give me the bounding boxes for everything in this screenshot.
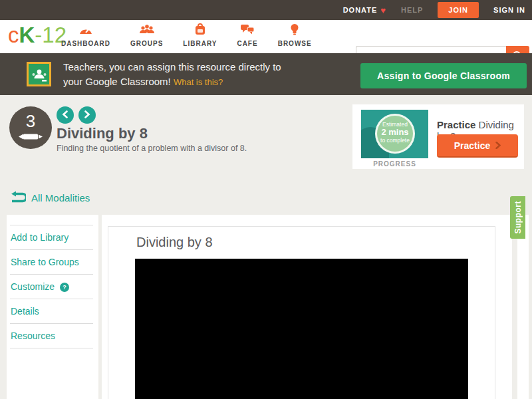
return-arrow-icon (10, 191, 26, 205)
logo-k: K (19, 23, 35, 47)
heart-icon: ♥ (380, 5, 386, 15)
previous-lesson-button[interactable] (57, 106, 74, 124)
donate-label: DONATE (343, 6, 378, 14)
join-button[interactable]: JOIN (438, 2, 479, 18)
chevron-left-icon (62, 109, 68, 121)
ck12-logo[interactable]: cK-12 (8, 23, 66, 48)
assign-to-classroom-button[interactable]: Assign to Google Classroom (360, 63, 527, 88)
help-question-icon[interactable]: ? (60, 283, 69, 292)
nav-item-dashboard[interactable]: DASHBOARD (61, 23, 110, 47)
progress-label: PROGRESS (361, 160, 428, 168)
support-label: Support (513, 201, 523, 234)
google-classroom-icon (27, 62, 51, 86)
banner-text: Teachers, you can assign this resource d… (63, 60, 281, 90)
people-icon (139, 23, 155, 38)
nav-item-label: GROUPS (130, 40, 163, 47)
chat-bubbles-icon (240, 23, 255, 38)
content-box: Dividing by 8 (108, 226, 495, 399)
lightbulb-icon (290, 23, 299, 38)
support-tab[interactable]: Support (510, 196, 525, 239)
chevron-right-icon (495, 140, 501, 151)
actions-sidebar: Add to Library Share to Groups Customize… (7, 215, 98, 399)
all-modalities-label: All Modalities (31, 192, 90, 203)
top-utility-bar: DONATE ♥ HELP JOIN SIGN IN (0, 0, 532, 20)
google-classroom-banner: Teachers, you can assign this resource d… (0, 53, 532, 95)
sidebar-item-details[interactable]: Details (10, 299, 93, 324)
lesson-subtitle: Finding the quotient of a problem with a… (57, 144, 247, 153)
lesson-number: 3 (9, 111, 52, 132)
crayon-icon (18, 132, 43, 143)
help-link[interactable]: HELP (401, 6, 423, 14)
gauge-icon (78, 23, 93, 38)
lesson-level-badge: 3 (9, 106, 52, 149)
estimated-line2: 2 mins (377, 128, 413, 137)
nav-item-label: CAFE (237, 40, 257, 47)
all-modalities-link[interactable]: All Modalities (10, 191, 90, 205)
nav-item-label: DASHBOARD (61, 40, 110, 47)
sidebar-item-resources[interactable]: Resources (10, 324, 93, 348)
backpack-icon (194, 23, 206, 38)
lesson-pager (57, 106, 96, 124)
content-heading: Dividing by 8 (136, 235, 213, 250)
nav-item-library[interactable]: LIBRARY (183, 23, 217, 47)
next-lesson-button[interactable] (78, 106, 96, 124)
banner-line2: your Google Classroom! (63, 76, 171, 87)
nav-item-label: BROWSE (278, 40, 312, 47)
nav-item-groups[interactable]: GROUPS (130, 23, 163, 47)
main-navbar: cK-12 DASHBOARD GROUPS LIBRARY (0, 20, 532, 53)
sidebar-item-label: Customize (11, 281, 55, 292)
practice-title-bold: Practice (437, 119, 475, 130)
estimated-time-badge: Estimated 2 mins to complete (375, 114, 415, 154)
video-player[interactable] (135, 259, 468, 399)
nav-item-label: LIBRARY (183, 40, 217, 47)
practice-button-label: Practice (454, 140, 490, 151)
sidebar-item-share-to-groups[interactable]: Share to Groups (10, 250, 93, 275)
sign-in-link[interactable]: SIGN IN (493, 6, 525, 14)
sidebar-item-add-to-library[interactable]: Add to Library (10, 225, 93, 250)
practice-card: Estimated 2 mins to complete PROGRESS Pr… (352, 104, 524, 169)
right-edge-panel (517, 215, 529, 399)
chevron-right-icon (84, 109, 90, 121)
nav-item-cafe[interactable]: CAFE (237, 23, 257, 47)
lesson-title: Dividing by 8 (57, 125, 148, 142)
page: DONATE ♥ HELP JOIN SIGN IN cK-12 DASHBOA… (0, 0, 532, 399)
practice-button[interactable]: Practice (437, 134, 518, 158)
practice-thumbnail[interactable]: Estimated 2 mins to complete (361, 110, 428, 158)
logo-c: c (8, 23, 19, 47)
banner-line1: Teachers, you can assign this resource d… (63, 60, 281, 74)
nav-item-browse[interactable]: BROWSE (278, 23, 312, 47)
nav-items: DASHBOARD GROUPS LIBRARY CAFE (61, 23, 312, 47)
donate-link[interactable]: DONATE ♥ (343, 5, 386, 15)
sidebar-list: Add to Library Share to Groups Customize… (10, 225, 93, 348)
sidebar-item-customize[interactable]: Customize ? (10, 275, 93, 299)
main-content-panel: Dividing by 8 (102, 215, 512, 399)
estimated-line3: to complete (377, 137, 413, 144)
what-is-this-link[interactable]: What is this? (174, 77, 223, 87)
